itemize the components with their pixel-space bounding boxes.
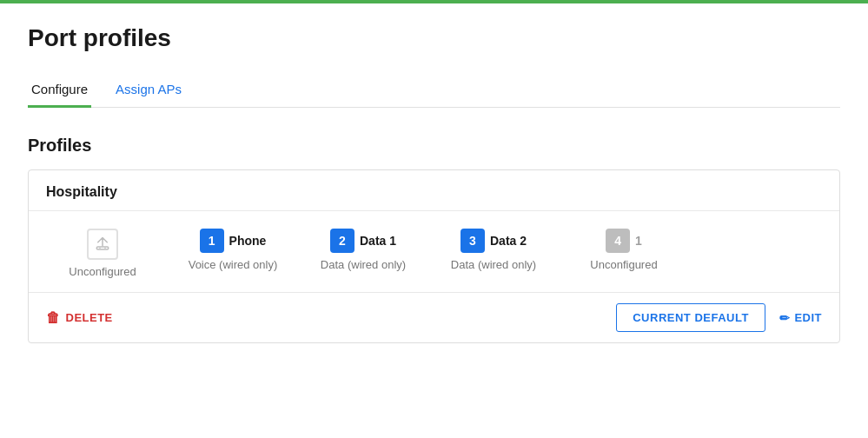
delete-button[interactable]: 🗑 DELETE <box>46 310 113 326</box>
port-item-1: 1 Phone Voice (wired only) <box>176 229 289 271</box>
port-3-name: Data 2 <box>490 234 527 248</box>
profiles-section-title: Profiles <box>28 136 840 156</box>
port-item-2: 2 Data 1 Data (wired only) <box>307 229 420 271</box>
port-3-desc: Data (wired only) <box>451 258 536 271</box>
port-3-number: 3 <box>461 229 485 253</box>
port-item-4: 4 1 Unconfigured <box>567 229 680 271</box>
profile-card-hospitality: Hospitality Unconfigured 1 Phone <box>28 169 840 343</box>
port-2-name: Data 1 <box>360 234 396 248</box>
trash-icon: 🗑 <box>46 310 61 326</box>
profile-ports: Unconfigured 1 Phone Voice (wired only) … <box>29 211 839 292</box>
pencil-icon: ✏ <box>779 311 791 325</box>
tab-assign-aps[interactable]: Assign APs <box>112 73 185 108</box>
footer-right: CURRENT DEFAULT ✏ EDIT <box>616 303 822 332</box>
usb-icon-wrapper <box>87 229 118 260</box>
port-4-desc: Unconfigured <box>590 258 657 271</box>
port-2-number: 2 <box>330 229 354 253</box>
port-3-badge: 3 Data 2 <box>461 229 527 253</box>
port-1-name: Phone <box>229 234 267 248</box>
svg-point-0 <box>99 248 101 249</box>
port-item-0: Unconfigured <box>46 229 159 278</box>
usb-icon <box>95 236 110 252</box>
tab-configure[interactable]: Configure <box>28 73 91 108</box>
port-1-desc: Voice (wired only) <box>189 258 278 271</box>
svg-point-1 <box>104 248 106 249</box>
current-default-button[interactable]: CURRENT DEFAULT <box>616 303 765 332</box>
port-1-number: 1 <box>200 229 224 253</box>
tabs-bar: Configure Assign APs <box>28 73 840 108</box>
port-4-number: 4 <box>606 229 630 253</box>
port-item-3: 3 Data 2 Data (wired only) <box>437 229 550 271</box>
port-0-label: Unconfigured <box>69 265 136 278</box>
profile-card-footer: 🗑 DELETE CURRENT DEFAULT ✏ EDIT <box>29 292 839 342</box>
port-1-badge: 1 Phone <box>200 229 267 253</box>
port-2-desc: Data (wired only) <box>321 258 406 271</box>
port-2-badge: 2 Data 1 <box>330 229 396 253</box>
profile-card-header: Hospitality <box>29 170 839 211</box>
edit-button[interactable]: ✏ EDIT <box>779 311 822 325</box>
page-container: Port profiles Configure Assign APs Profi… <box>0 3 868 364</box>
port-4-name: 1 <box>635 234 642 248</box>
page-title: Port profiles <box>28 24 840 52</box>
port-4-badge: 4 1 <box>606 229 642 253</box>
